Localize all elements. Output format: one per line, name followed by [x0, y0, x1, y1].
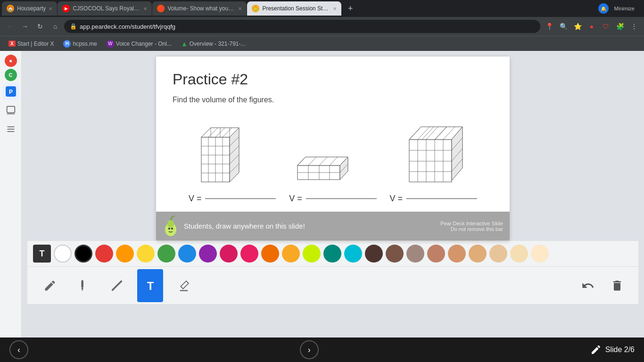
peardeck-label: Pear Deck Interactive Slide — [440, 221, 503, 226]
color-swatch-teal[interactable] — [323, 245, 341, 263]
color-swatch-wheat[interactable] — [510, 245, 528, 263]
svg-rect-67 — [81, 280, 83, 288]
browser-chrome: 🏠 Houseparty ✕ ▶ CJSOCOOL Says Royalty I… — [0, 0, 644, 51]
peardeck-sublabel: Do not remove this bar — [440, 226, 503, 232]
color-swatch-tan[interactable] — [427, 245, 445, 263]
color-swatch-green[interactable] — [157, 245, 175, 263]
forward-button[interactable]: → — [19, 20, 31, 33]
sidebar-home-icon[interactable]: ● — [5, 55, 17, 67]
color-swatch-peach[interactable] — [448, 245, 466, 263]
tab-bar: 🏠 Houseparty ✕ ▶ CJSOCOOL Says Royalty I… — [0, 0, 644, 17]
minimize-button[interactable]: Minimize — [611, 4, 638, 13]
tab-houseparty[interactable]: 🏠 Houseparty ✕ — [2, 1, 57, 16]
color-swatch-purple[interactable] — [199, 245, 217, 263]
color-palette: T — [27, 241, 638, 266]
svg-rect-41 — [409, 140, 452, 182]
slide-indicator-text: Slide 2/6 — [605, 346, 635, 354]
v-equations-row: V = V = V = — [173, 194, 493, 204]
tab-presentation[interactable]: 🍐 Presentation Session Student ✕ — [247, 1, 341, 16]
eraser-tool-button[interactable] — [171, 269, 197, 302]
tab-close-volume[interactable]: ✕ — [238, 6, 242, 11]
text-tool-color-swatch[interactable]: T — [33, 245, 51, 263]
svg-point-65 — [168, 228, 170, 230]
text-tool-button[interactable]: T — [137, 269, 163, 302]
adblock-icon[interactable]: 🛡 — [600, 20, 612, 33]
color-swatch-yellow[interactable] — [137, 245, 155, 263]
address-text: app.peardeck.com/student/tfvjrqqfg — [80, 23, 175, 30]
bottom-bar: ‹ › Slide 2/6 — [0, 337, 644, 362]
back-button[interactable]: ← — [4, 20, 16, 33]
slide-edit-icon — [590, 344, 602, 355]
sidebar-list-icon[interactable] — [2, 121, 19, 138]
new-tab-button[interactable]: + — [344, 2, 357, 15]
figure-1-container — [198, 123, 245, 184]
color-swatch-brown-light[interactable] — [406, 245, 424, 263]
color-swatch-gold[interactable] — [282, 245, 300, 263]
tool-actions — [576, 274, 629, 297]
v-line-3 — [406, 198, 477, 199]
svg-rect-2 — [7, 107, 15, 113]
prev-slide-button[interactable]: ‹ — [9, 340, 28, 359]
figure-2-svg — [295, 151, 356, 184]
peardeck-extension-icon[interactable]: ● — [586, 20, 598, 33]
tab-close-cjsocool[interactable]: ✕ — [143, 6, 147, 11]
color-swatch-black[interactable] — [74, 245, 92, 263]
bookmark-label-voice-changer: Voice Changer - Onl... — [116, 41, 172, 47]
tool-row: T — [27, 266, 638, 304]
peardeck-message-text: Students, draw anywhere on this slide! — [184, 222, 305, 230]
color-swatch-skin-light[interactable] — [489, 245, 507, 263]
color-swatch-cream[interactable] — [531, 245, 549, 263]
refresh-button[interactable]: ↻ — [34, 20, 46, 33]
extensions-icon[interactable]: 🧩 — [614, 20, 626, 33]
slide-title: Practice #2 — [173, 71, 493, 88]
color-swatch-blue[interactable] — [178, 245, 196, 263]
tab-close-houseparty[interactable]: ✕ — [49, 6, 52, 11]
color-swatch-pink[interactable] — [240, 245, 258, 263]
v-label-3: V = — [390, 194, 478, 204]
pencil-tool-button[interactable] — [37, 269, 63, 302]
bookmark-overview[interactable]: ▲ Overview - 321-791-... — [178, 39, 248, 49]
sidebar-peardeck-icon[interactable]: P — [2, 83, 19, 100]
color-swatch-magenta[interactable] — [220, 245, 238, 263]
figure-1-svg — [198, 123, 245, 184]
color-swatch-red[interactable] — [95, 245, 113, 263]
delete-button[interactable] — [605, 274, 629, 297]
marker-tool-button[interactable] — [70, 269, 96, 302]
window-controls: 🔔 Minimize — [598, 3, 642, 14]
v-label-1: V = — [189, 194, 276, 204]
sidebar-whiteboard-icon[interactable] — [2, 102, 19, 119]
svg-marker-68 — [81, 288, 83, 291]
svg-line-63 — [171, 217, 172, 220]
undo-button[interactable] — [576, 274, 600, 297]
color-swatch-orange[interactable] — [116, 245, 134, 263]
color-swatch-white[interactable] — [54, 245, 72, 263]
color-swatch-skin[interactable] — [469, 245, 487, 263]
color-swatch-orange-dark[interactable] — [261, 245, 279, 263]
pen-tool-button[interactable] — [104, 269, 130, 302]
tab-cjsocool[interactable]: ▶ CJSOCOOL Says Royalty Is For T ✕ — [58, 1, 152, 16]
next-slide-button[interactable]: › — [300, 340, 319, 359]
tab-volume[interactable]: 🔴 Volume- Show what you know ✕ — [152, 1, 247, 16]
menu-icon[interactable]: ⋮ — [628, 20, 640, 33]
navigation-bar: ← → ↻ ⌂ 🔒 app.peardeck.com/student/tfvjr… — [0, 17, 644, 36]
color-swatch-cyan[interactable] — [344, 245, 362, 263]
tab-close-presentation[interactable]: ✕ — [333, 6, 337, 11]
bookmark-voice-changer[interactable]: W Voice Changer - Onl... — [104, 39, 174, 49]
bookmark-hcpss[interactable]: H hcpss.me — [60, 39, 99, 49]
zoom-icon[interactable]: 🔍 — [557, 20, 570, 33]
color-swatch-lime[interactable] — [303, 245, 321, 263]
notification-icon[interactable]: 🔔 — [598, 3, 609, 14]
color-swatch-brown[interactable] — [386, 245, 404, 263]
location-icon[interactable]: 📍 — [543, 20, 555, 33]
address-bar[interactable]: 🔒 app.peardeck.com/student/tfvjrqqfg — [64, 20, 540, 33]
sidebar-chrome-icon[interactable]: C — [5, 69, 17, 81]
svg-marker-30 — [297, 157, 348, 165]
bookmark-star-icon[interactable]: ⭐ — [571, 20, 584, 33]
tab-title-houseparty: Houseparty — [17, 5, 46, 12]
tab-title-presentation: Presentation Session Student — [262, 5, 330, 12]
bookmark-editor-x[interactable]: X Start | Editor X — [6, 40, 57, 48]
home-button[interactable]: ⌂ — [49, 20, 61, 33]
color-swatch-brown-dark[interactable] — [365, 245, 383, 263]
figure-2-container — [295, 151, 356, 184]
peardeck-right: Pear Deck Interactive Slide Do not remov… — [440, 221, 503, 232]
